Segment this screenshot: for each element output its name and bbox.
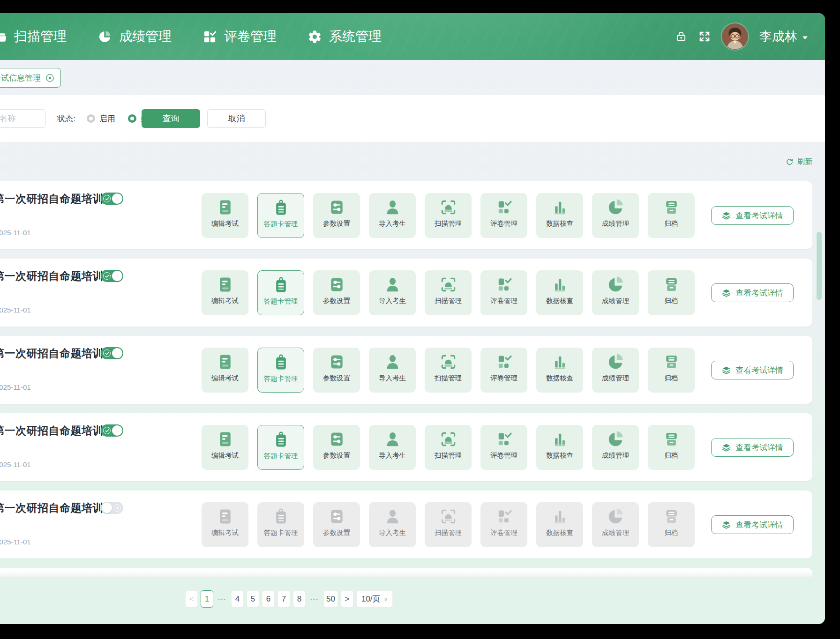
action-tile-answer-card[interactable]: 答题卡管理 xyxy=(257,270,304,315)
view-exam-detail-button[interactable]: 查看考试详情 xyxy=(711,438,794,457)
action-tile-label: 成绩管理 xyxy=(602,374,629,383)
action-tile-archive[interactable]: 归档 xyxy=(648,502,695,547)
action-tile-import-students[interactable]: 导入考生 xyxy=(369,348,416,393)
pagination-label: > xyxy=(345,594,349,604)
action-tile-answer-card[interactable]: 答题卡管理 xyxy=(257,348,304,393)
tab-exam-info-management[interactable]: 考试信息管理 xyxy=(0,68,61,88)
action-tile-params[interactable]: 参数设置 xyxy=(313,270,360,315)
user-avatar[interactable] xyxy=(722,23,748,50)
view-exam-detail-button[interactable]: 查看考试详情 xyxy=(711,515,794,534)
pagination-page-8[interactable]: 8 xyxy=(293,590,306,608)
action-tile-scan[interactable]: 扫描管理 xyxy=(425,193,472,238)
exam-enabled-toggle[interactable] xyxy=(101,270,123,282)
nav-item-3[interactable]: 系统管理 xyxy=(308,28,382,45)
action-tiles: 编辑考试答题卡管理参数设置导入考生扫描管理评卷管理数据核查成绩管理归档 xyxy=(202,348,695,393)
action-tile-import-students[interactable]: 导入考生 xyxy=(369,270,416,315)
exam-enabled-toggle[interactable] xyxy=(101,347,123,359)
action-tile-params[interactable]: 参数设置 xyxy=(313,425,360,470)
nav-item-1[interactable]: 成绩管理 xyxy=(98,28,172,45)
view-exam-detail-button[interactable]: 查看考试详情 xyxy=(711,283,794,302)
action-tile-review[interactable]: 评卷管理 xyxy=(480,425,527,470)
nav-item-0[interactable]: 扫描管理 xyxy=(0,28,67,45)
pagination-page-5[interactable]: 5 xyxy=(247,590,259,608)
action-tile-params[interactable]: 参数设置 xyxy=(313,193,360,238)
action-tile-score-pie[interactable]: 成绩管理 xyxy=(592,425,639,470)
action-tile-edit-exam[interactable]: 编辑考试 xyxy=(202,270,248,315)
action-tile-data-check[interactable]: 数据核查 xyxy=(536,270,583,315)
action-tile-data-check[interactable]: 数据核查 xyxy=(536,425,583,470)
exam-name-input[interactable] xyxy=(0,109,45,128)
action-tile-scan[interactable]: 扫描管理 xyxy=(425,502,472,547)
action-tile-archive[interactable]: 归档 xyxy=(648,425,695,470)
lock-icon[interactable] xyxy=(675,30,687,43)
action-tile-data-check[interactable]: 数据核查 xyxy=(536,502,583,547)
action-tile-archive[interactable]: 归档 xyxy=(648,193,695,238)
action-tile-edit-exam[interactable]: 编辑考试 xyxy=(202,425,248,470)
radio-enabled-label[interactable]: 启用 xyxy=(99,113,115,124)
pagination-page-4[interactable]: 4 xyxy=(231,590,244,608)
action-tile-edit-exam[interactable]: 编辑考试 xyxy=(202,348,248,393)
view-exam-detail-button[interactable]: 查看考试详情 xyxy=(711,361,794,379)
pagination-page-50[interactable]: 50 xyxy=(323,590,338,608)
vertical-scrollbar-thumb[interactable] xyxy=(817,232,822,300)
close-circle-icon[interactable] xyxy=(45,74,54,82)
exam-enabled-toggle[interactable] xyxy=(101,502,123,514)
action-tile-label: 导入考生 xyxy=(379,297,406,305)
action-tiles: 编辑考试答题卡管理参数设置导入考生扫描管理评卷管理数据核查成绩管理归档 xyxy=(202,193,695,238)
params-icon xyxy=(326,274,347,295)
nav-item-2[interactable]: 评卷管理 xyxy=(202,28,277,45)
check-icon xyxy=(103,349,111,357)
page-size-select[interactable]: 10/页∨ xyxy=(356,590,393,608)
action-tile-score-pie[interactable]: 成绩管理 xyxy=(592,270,639,315)
score-pie-icon xyxy=(605,351,626,372)
action-tile-review[interactable]: 评卷管理 xyxy=(480,270,527,315)
exam-enabled-toggle[interactable] xyxy=(101,193,123,205)
pagination-next-button[interactable]: > xyxy=(341,590,353,608)
action-tile-archive[interactable]: 归档 xyxy=(648,348,695,393)
action-tile-answer-card[interactable]: 答题卡管理 xyxy=(257,193,304,238)
action-tile-scan[interactable]: 扫描管理 xyxy=(425,425,472,470)
exam-date: 2025-11-01 xyxy=(0,461,31,468)
action-tile-answer-card[interactable]: 答题卡管理 xyxy=(257,502,304,547)
action-tile-params[interactable]: 参数设置 xyxy=(313,348,360,393)
chevron-down-icon: ∨ xyxy=(384,596,388,602)
view-exam-detail-button[interactable]: 查看考试详情 xyxy=(711,206,794,225)
action-tile-edit-exam[interactable]: 编辑考试 xyxy=(202,502,248,547)
action-tile-import-students[interactable]: 导入考生 xyxy=(369,425,416,470)
pagination-page-6[interactable]: 6 xyxy=(262,590,275,608)
fullscreen-icon[interactable] xyxy=(698,30,711,43)
user-menu[interactable]: 李成林 xyxy=(759,28,808,45)
answer-card-icon xyxy=(270,429,292,450)
refresh-link[interactable]: 刷新 xyxy=(786,157,812,167)
layers-icon xyxy=(721,288,731,298)
x-icon xyxy=(113,504,121,512)
action-tile-label: 导入考生 xyxy=(379,219,406,228)
action-tile-data-check[interactable]: 数据核查 xyxy=(536,348,583,393)
query-button[interactable]: 查询 xyxy=(142,109,200,128)
pagination-page-1[interactable]: 1 xyxy=(201,590,213,608)
action-tile-score-pie[interactable]: 成绩管理 xyxy=(592,193,639,238)
action-tile-review[interactable]: 评卷管理 xyxy=(480,502,527,547)
action-tile-review[interactable]: 评卷管理 xyxy=(480,193,527,238)
action-tile-import-students[interactable]: 导入考生 xyxy=(369,193,416,238)
action-tile-label: 成绩管理 xyxy=(602,451,629,460)
action-tile-scan[interactable]: 扫描管理 xyxy=(425,348,472,393)
action-tile-edit-exam[interactable]: 编辑考试 xyxy=(202,193,248,238)
archive-icon xyxy=(661,197,682,218)
action-tile-archive[interactable]: 归档 xyxy=(648,270,695,315)
action-tile-scan[interactable]: 扫描管理 xyxy=(425,270,472,315)
radio-disabled[interactable] xyxy=(128,114,136,123)
pagination-page-7[interactable]: 7 xyxy=(278,590,290,608)
action-tile-params[interactable]: 参数设置 xyxy=(313,502,360,547)
action-tile-review[interactable]: 评卷管理 xyxy=(480,348,527,393)
action-tile-import-students[interactable]: 导入考生 xyxy=(369,502,416,547)
radio-enabled[interactable] xyxy=(87,114,95,123)
action-tile-label: 成绩管理 xyxy=(602,219,629,228)
action-tile-data-check[interactable]: 数据核查 xyxy=(536,193,583,238)
action-tile-answer-card[interactable]: 答题卡管理 xyxy=(257,425,304,470)
cancel-button[interactable]: 取消 xyxy=(207,109,266,128)
status-label: 状态: xyxy=(57,113,75,124)
exam-enabled-toggle[interactable] xyxy=(101,424,123,437)
action-tile-score-pie[interactable]: 成绩管理 xyxy=(592,502,639,547)
action-tile-score-pie[interactable]: 成绩管理 xyxy=(592,348,639,393)
